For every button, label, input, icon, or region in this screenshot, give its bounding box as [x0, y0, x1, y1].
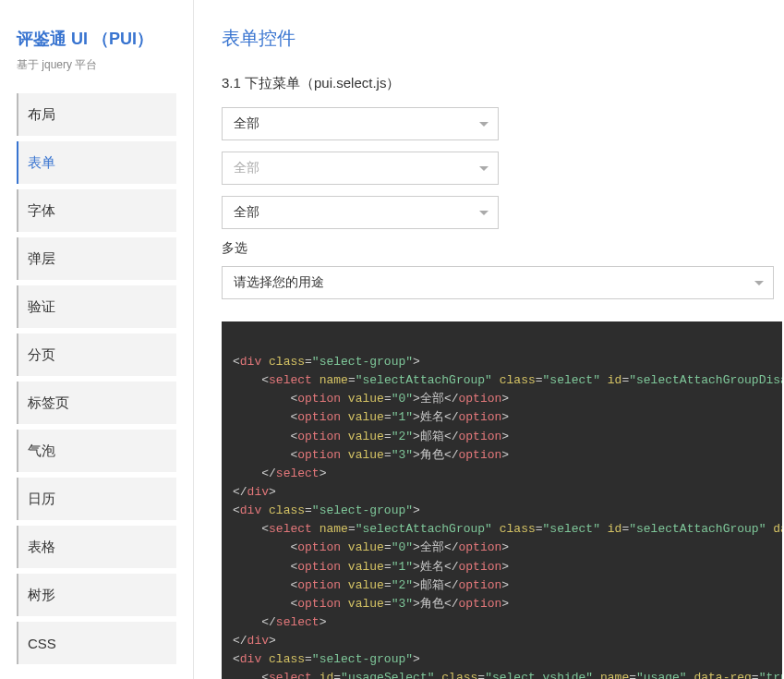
- nav-item[interactable]: 弹层: [17, 237, 176, 280]
- page-title: 表单控件: [222, 26, 784, 51]
- multi-select[interactable]: 请选择您的用途: [222, 266, 774, 299]
- section-title: 3.1 下拉菜单（pui.select.js）: [222, 75, 784, 92]
- chevron-down-icon: [479, 166, 488, 171]
- nav-item[interactable]: 标签页: [17, 382, 176, 424]
- nav-item[interactable]: 日历: [17, 478, 176, 520]
- nav-item[interactable]: 气泡: [17, 430, 176, 472]
- select-2-label: 全部: [234, 160, 259, 176]
- chevron-down-icon: [479, 211, 488, 215]
- nav-item[interactable]: 验证: [17, 285, 176, 328]
- nav-item[interactable]: 分页: [17, 333, 176, 376]
- nav-item[interactable]: 字体: [17, 189, 176, 232]
- brand-subtitle: 基于 jquery 平台: [17, 57, 176, 73]
- main-content: 表单控件 3.1 下拉菜单（pui.select.js） 全部 全部 全部 多选…: [194, 0, 784, 679]
- nav-item[interactable]: 表单: [17, 141, 176, 184]
- select-3[interactable]: 全部: [222, 196, 499, 229]
- sidebar: 评鉴通 UI （PUI） 基于 jquery 平台 布局表单字体弹层验证分页标签…: [0, 0, 194, 679]
- brand-title: 评鉴通 UI （PUI）: [17, 28, 176, 50]
- select-2-disabled[interactable]: 全部: [222, 152, 499, 185]
- nav-item[interactable]: 树形: [17, 574, 176, 616]
- chevron-down-icon: [754, 281, 764, 285]
- nav-item[interactable]: CSS: [17, 622, 176, 664]
- chevron-down-icon: [479, 122, 488, 127]
- code-example: <div class="select-group"> <select name=…: [222, 321, 782, 679]
- select-1[interactable]: 全部: [222, 107, 499, 140]
- nav: 布局表单字体弹层验证分页标签页气泡日历表格树形CSS: [17, 93, 176, 664]
- multi-select-placeholder: 请选择您的用途: [234, 274, 324, 291]
- multi-select-heading: 多选: [222, 240, 784, 257]
- nav-item[interactable]: 表格: [17, 526, 176, 568]
- app-layout: 评鉴通 UI （PUI） 基于 jquery 平台 布局表单字体弹层验证分页标签…: [0, 0, 784, 679]
- nav-item[interactable]: 布局: [17, 93, 176, 136]
- select-1-label: 全部: [234, 115, 259, 132]
- select-3-label: 全部: [234, 204, 259, 221]
